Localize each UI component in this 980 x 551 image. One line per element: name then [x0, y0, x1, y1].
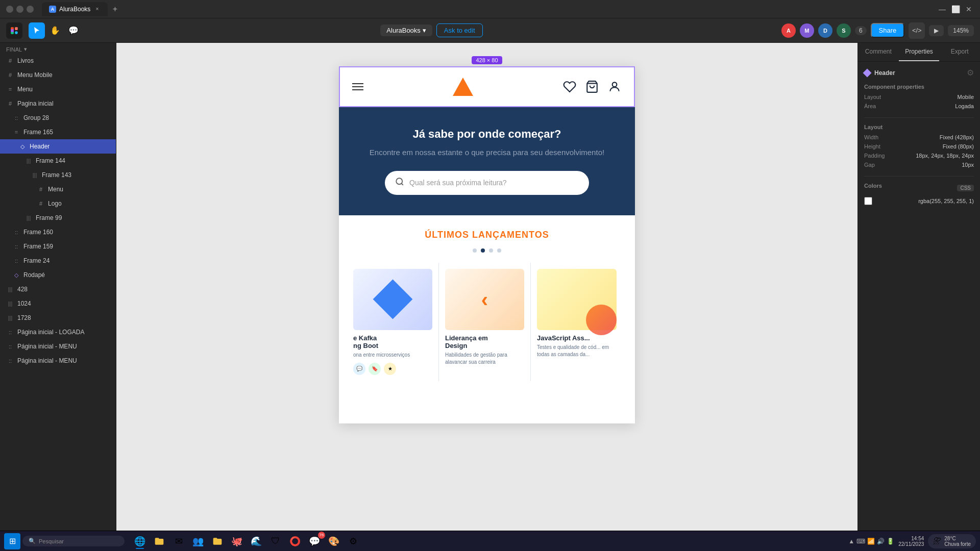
book-action-icon-3[interactable]: ★: [384, 363, 396, 375]
taskbar-app-mail[interactable]: ✉: [169, 533, 188, 549]
sidebar-item-pagina-inicial-logada[interactable]: :: Página inicial - LOGADA: [0, 325, 116, 339]
avatar-count-badge[interactable]: 6: [855, 26, 867, 35]
area-row: Área Logada: [864, 103, 974, 109]
taskbar-app-edge[interactable]: 🌊: [247, 533, 265, 549]
battery-icon[interactable]: 🔋: [887, 538, 894, 545]
sidebar-item-428[interactable]: ||| 428: [0, 282, 116, 296]
sidebar-item-frame-144[interactable]: ||| Frame 144: [0, 154, 116, 168]
heart-icon[interactable]: [562, 80, 577, 94]
sidebar-item-frame-159[interactable]: :: Frame 159: [0, 239, 116, 254]
sidebar-item-1024[interactable]: ||| 1024: [0, 296, 116, 311]
layout-row: Layout Mobile: [864, 94, 974, 100]
chrome-minimize[interactable]: [6, 6, 13, 13]
canvas-area: 428 × 80: [116, 43, 857, 531]
taskbar-app-github[interactable]: 🐙: [228, 533, 246, 549]
user-icon[interactable]: [607, 80, 622, 94]
carousel-dot-4[interactable]: [497, 248, 501, 253]
sidebar-item-frame-160[interactable]: :: Frame 160: [0, 225, 116, 239]
keyboard-icon[interactable]: ⌨: [856, 538, 865, 545]
carousel-dot-1[interactable]: [473, 248, 477, 253]
figma-logo[interactable]: [6, 22, 22, 39]
volume-icon[interactable]: 🔊: [877, 538, 885, 545]
tab-export[interactable]: Export: [939, 43, 980, 61]
color-swatch[interactable]: [864, 197, 872, 205]
ask-to-edit-button[interactable]: Ask to edit: [436, 23, 483, 37]
carousel-dot-3[interactable]: [489, 248, 493, 253]
whatsapp-badge: 76: [318, 532, 325, 539]
sidebar-section-final[interactable]: FINAL ▾: [0, 43, 116, 54]
sidebar-item-menu-child[interactable]: # Menu: [0, 182, 116, 196]
avatar-d[interactable]: D: [818, 23, 832, 38]
hamburger-menu-icon[interactable]: [352, 83, 363, 90]
hand-tool-btn[interactable]: ✋: [47, 22, 63, 39]
book-action-icon-2[interactable]: 🔖: [369, 363, 381, 375]
tab-comment[interactable]: Comment: [858, 43, 899, 61]
avatar-a[interactable]: A: [781, 23, 796, 38]
close-window-btn[interactable]: ✕: [964, 4, 974, 14]
project-name-dropdown[interactable]: AluraBooks ▾: [380, 24, 432, 36]
code-view-btn[interactable]: </>: [909, 22, 925, 39]
sidebar-item-livros[interactable]: # Livros: [0, 54, 116, 68]
css-badge[interactable]: CSS: [957, 185, 974, 191]
zoom-level-display[interactable]: 145%: [948, 25, 974, 36]
taskbar-app-figma[interactable]: 🎨: [325, 533, 343, 549]
carousel-dot-2[interactable]: [481, 248, 485, 253]
taskbar-app-settings[interactable]: ⚙: [344, 533, 362, 549]
sidebar-item-frame-165[interactable]: = Frame 165: [0, 125, 116, 139]
taskbar-app-opera[interactable]: ⭕: [286, 533, 304, 549]
start-button[interactable]: ⊞: [4, 533, 20, 549]
sidebar-item-logo[interactable]: # Logo: [0, 196, 116, 211]
minimize-window-btn[interactable]: —: [937, 4, 947, 14]
weather-widget[interactable]: ⛈ 28°C Chuva forte: [928, 534, 976, 548]
chrome-maximize[interactable]: [16, 6, 23, 13]
book-action-icon-1[interactable]: 💬: [353, 363, 365, 375]
avatar-m[interactable]: M: [800, 23, 814, 38]
taskbar-app-teams[interactable]: 👥: [189, 533, 207, 549]
sidebar-item-frame-143[interactable]: ||| Frame 143: [0, 168, 116, 182]
sidebar-item-group-28[interactable]: :: Group 28: [0, 111, 116, 125]
taskbar-app-whatsapp[interactable]: 💬 76: [305, 533, 324, 549]
design-preview: Já sabe por onde começar? Encontre em no…: [339, 66, 635, 423]
tab-properties[interactable]: Properties: [899, 43, 940, 61]
new-tab-button[interactable]: +: [109, 3, 121, 15]
sidebar-item-label: Página inicial - MENU: [17, 343, 110, 350]
sidebar-item-pagina-inicial-menu2[interactable]: :: Página inicial - MENU: [0, 354, 116, 368]
sidebar-item-pagina-inicial[interactable]: # Pagina inicial: [0, 96, 116, 111]
shopping-bag-icon[interactable]: [585, 80, 599, 94]
sidebar-item-rodape[interactable]: ◇ Rodapé: [0, 268, 116, 282]
tab-alurabooks[interactable]: A AluraBooks ×: [42, 2, 108, 16]
sidebar-item-1728[interactable]: ||| 1728: [0, 311, 116, 325]
tab-close-btn[interactable]: ×: [93, 6, 101, 13]
sidebar-item-frame-99[interactable]: ||| Frame 99: [0, 211, 116, 225]
sidebar-item-menu[interactable]: = Menu: [0, 82, 116, 96]
move-tool-btn[interactable]: [29, 22, 45, 39]
avatar-s[interactable]: S: [837, 23, 851, 38]
taskbar-app-antivirus[interactable]: 🛡: [266, 533, 285, 549]
maximize-window-btn[interactable]: ⬜: [950, 4, 961, 14]
sidebar-item-frame-24[interactable]: :: Frame 24: [0, 254, 116, 268]
sidebar-item-menu-mobile[interactable]: # Menu Mobile: [0, 68, 116, 82]
logo-triangle-icon: [453, 78, 473, 96]
taskbar-app-files[interactable]: [150, 533, 168, 549]
expand-tray-icon[interactable]: ▲: [848, 538, 854, 545]
search-bar[interactable]: Qual será sua próxima leitura?: [385, 171, 589, 195]
sidebar-item-pagina-inicial-menu[interactable]: :: Página inicial - MENU: [0, 339, 116, 354]
hamburger-line-1: [352, 83, 363, 84]
frame-icon: |||: [31, 171, 39, 179]
network-icon[interactable]: 📶: [867, 538, 875, 545]
layout-value: Mobile: [958, 94, 974, 100]
share-button[interactable]: Share: [871, 23, 905, 38]
comment-tool-btn[interactable]: 💬: [65, 22, 82, 39]
taskbar-app-browser[interactable]: 🌐: [131, 533, 149, 549]
taskbar-search-bar[interactable]: 🔍 Pesquisar: [22, 536, 125, 546]
chrome-close[interactable]: [27, 6, 34, 13]
settings-icon[interactable]: ⚙: [967, 68, 974, 78]
book-desc-kafka: ona entre microsserviços: [353, 352, 432, 359]
book-card-kafka: e Kafkang Boot ona entre microsserviços …: [347, 263, 439, 381]
clock-display[interactable]: 14:54 22/11/2023: [898, 536, 924, 547]
taskbar-app-explorer[interactable]: [208, 533, 227, 549]
sidebar-item-label: Menu: [48, 186, 110, 193]
play-btn[interactable]: ▶: [929, 25, 944, 36]
main-area: FINAL ▾ # Livros # Menu Mobile = Menu # …: [0, 43, 980, 531]
sidebar-item-header[interactable]: ◇ Header: [0, 139, 116, 154]
